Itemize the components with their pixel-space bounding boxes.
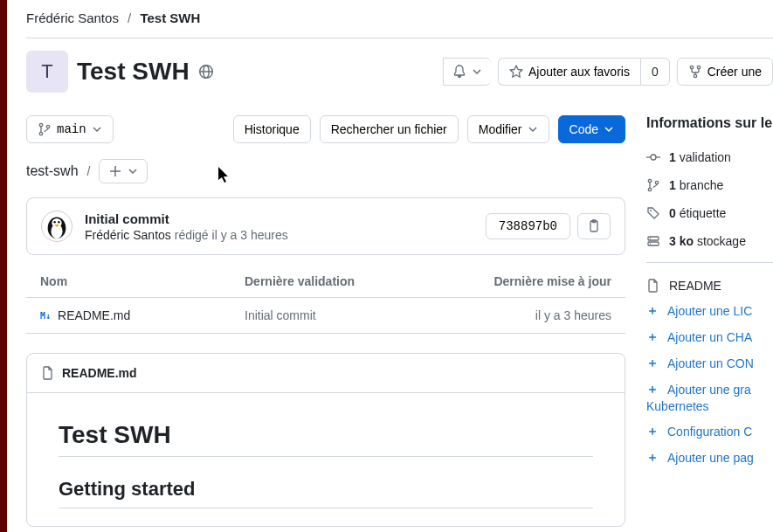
branch-selector[interactable]: main <box>26 115 114 143</box>
readme-header: README.md <box>27 354 625 393</box>
branch-icon <box>38 122 52 136</box>
info-storage[interactable]: 3 ko stockage <box>646 234 773 248</box>
svg-point-3 <box>690 66 693 68</box>
add-file-button[interactable] <box>99 159 148 183</box>
sidebar-title: Informations sur le <box>646 115 773 131</box>
sidebar-add-license[interactable]: ＋Ajouter une LIC <box>646 303 773 319</box>
svg-point-16 <box>651 155 656 160</box>
svg-rect-24 <box>648 242 659 245</box>
info-branches[interactable]: 1 branche <box>646 178 773 192</box>
path-root[interactable]: test-swh <box>26 163 79 179</box>
chevron-down-icon <box>128 166 138 176</box>
commit-title[interactable]: Initial commit <box>85 211 473 226</box>
chevron-down-icon <box>528 124 538 135</box>
svg-point-22 <box>650 210 652 211</box>
sidebar-add-cluster[interactable]: ＋Ajouter une gra <box>646 382 773 397</box>
svg-point-21 <box>648 188 651 190</box>
sidebar-add-changelog[interactable]: ＋Ajouter un CHA <box>646 329 773 345</box>
markdown-icon: M↓ <box>40 311 51 321</box>
chevron-down-icon <box>92 124 102 135</box>
svg-rect-23 <box>648 237 659 240</box>
storage-icon <box>646 234 660 248</box>
page-title: Test SWH <box>77 58 190 86</box>
sidebar-add-contributing[interactable]: ＋Ajouter un CON <box>646 356 773 371</box>
commit-author[interactable]: Frédéric Santos <box>85 228 171 242</box>
globe-icon <box>198 64 214 79</box>
col-header-name: Nom <box>40 274 245 288</box>
last-commit-card: Initial commit Frédéric Santos rédigé il… <box>26 197 625 255</box>
bell-icon <box>452 65 466 79</box>
sidebar-kubernetes-sub[interactable]: Kubernetes <box>646 399 773 413</box>
svg-point-26 <box>650 243 651 244</box>
readme-h1: Test SWH <box>59 421 593 457</box>
svg-point-19 <box>648 179 651 182</box>
history-button[interactable]: Historique <box>233 115 311 143</box>
avatar <box>41 211 72 242</box>
svg-point-8 <box>39 132 42 135</box>
sidebar-config-ci[interactable]: ＋Configuration C <box>646 424 773 439</box>
svg-point-7 <box>46 125 49 128</box>
edit-button[interactable]: Modifier <box>467 115 549 143</box>
plus-icon <box>108 164 122 178</box>
breadcrumb-project[interactable]: Test SWH <box>140 10 200 25</box>
file-icon <box>41 366 55 380</box>
copy-sha-button[interactable] <box>577 213 611 239</box>
file-updated: il y a 3 heures <box>454 308 611 322</box>
sidebar-add-page[interactable]: ＋Ajouter une pag <box>646 450 773 466</box>
svg-point-20 <box>655 181 658 183</box>
commit-icon <box>646 150 660 164</box>
star-icon <box>509 65 523 79</box>
table-row[interactable]: M↓ README.md Initial commit il y a 3 heu… <box>26 298 625 333</box>
branch-icon <box>646 178 660 192</box>
star-count[interactable]: 0 <box>640 58 670 86</box>
star-button[interactable]: Ajouter aux favoris <box>498 58 640 86</box>
col-header-commit: Dernière validation <box>245 274 454 288</box>
readme-h2: Getting started <box>59 478 593 508</box>
clipboard-icon <box>587 219 601 233</box>
penguin-icon <box>42 211 72 242</box>
svg-point-5 <box>694 74 696 77</box>
breadcrumb: Frédéric Santos / Test SWH <box>26 0 773 38</box>
create-button[interactable]: Créer une <box>677 58 773 86</box>
chevron-down-icon <box>472 66 482 77</box>
svg-point-12 <box>53 221 55 223</box>
svg-point-6 <box>39 123 42 126</box>
svg-point-13 <box>58 221 59 223</box>
breadcrumb-owner[interactable]: Frédéric Santos <box>26 10 119 25</box>
file-icon <box>646 279 660 293</box>
project-avatar: T <box>26 51 68 93</box>
info-commits[interactable]: 1 validation <box>646 150 773 164</box>
file-commit[interactable]: Initial commit <box>245 308 454 322</box>
notifications-button[interactable] <box>443 58 491 86</box>
commit-sha[interactable]: 738897b0 <box>486 213 570 239</box>
fork-icon <box>688 65 702 79</box>
code-button[interactable]: Code <box>558 115 625 143</box>
info-tags[interactable]: 0 étiquette <box>646 206 773 220</box>
file-name[interactable]: README.md <box>58 308 130 322</box>
chevron-down-icon <box>604 124 614 135</box>
svg-point-4 <box>697 66 700 68</box>
tag-icon <box>646 206 660 220</box>
col-header-update: Dernière mise à jour <box>454 274 611 288</box>
svg-point-25 <box>650 238 651 238</box>
sidebar-readme-link[interactable]: README <box>646 279 773 293</box>
find-file-button[interactable]: Rechercher un fichier <box>320 115 459 143</box>
